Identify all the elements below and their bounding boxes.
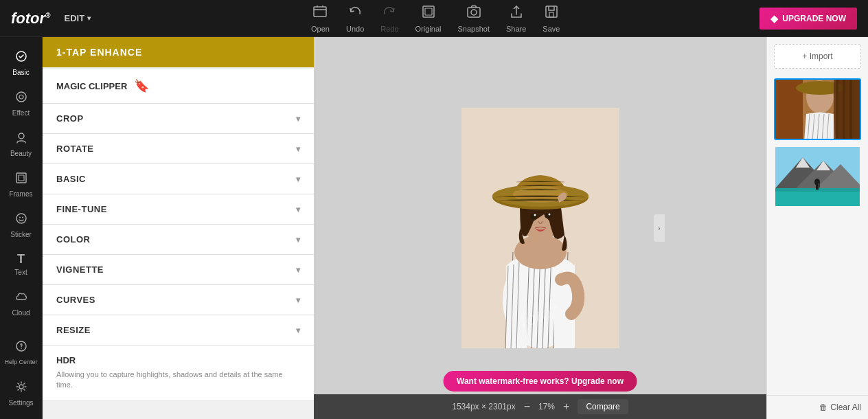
resize-label: RESIZE: [56, 325, 91, 335]
svg-rect-2: [425, 8, 432, 15]
svg-point-14: [19, 217, 21, 218]
open-icon: [312, 4, 328, 23]
edit-chevron-icon: ▾: [87, 14, 91, 22]
header: fotor® EDIT ▾ Open Undo Redo: [0, 0, 868, 37]
hdr-section: HDR Allowing you to capture highlights, …: [43, 346, 314, 401]
sidebar-item-beauty[interactable]: Beauty: [0, 125, 42, 163]
svg-point-17: [21, 348, 21, 349]
crop-item[interactable]: CROP ▾: [43, 104, 314, 134]
thumbnail-item-1[interactable]: [774, 78, 861, 140]
magic-clipper-chevron-icon: ▾: [295, 80, 300, 93]
upgrade-button[interactable]: ◆ UPGRADE NOW: [760, 8, 857, 30]
sidebar-item-text[interactable]: T Text: [0, 247, 42, 282]
sidebar-basic-label: Basic: [12, 69, 29, 76]
clear-all-button[interactable]: 🗑 Clear All: [819, 403, 861, 412]
svg-point-10: [19, 133, 24, 139]
bottom-bar: 1534px × 2301px − 17% + Compare: [314, 394, 766, 419]
zoom-out-button[interactable]: −: [524, 400, 530, 413]
frames-icon: [14, 171, 28, 188]
curves-item[interactable]: CURVES ▾: [43, 285, 314, 315]
rotate-chevron-icon: ▾: [296, 144, 301, 154]
zoom-in-button[interactable]: +: [563, 400, 569, 413]
import-button[interactable]: + Import: [774, 44, 861, 69]
open-label: Open: [311, 25, 330, 33]
thumbnail-item-2[interactable]: [774, 146, 861, 207]
share-label: Share: [506, 25, 526, 33]
save-icon: [544, 4, 559, 23]
curves-chevron-icon: ▾: [296, 295, 301, 305]
sidebar-item-sticker[interactable]: Sticker: [0, 206, 42, 244]
canvas-area: fotor Want watermark-free works? Upgrade…: [314, 37, 766, 419]
fine-tune-item[interactable]: FINE-TUNE ▾: [43, 194, 314, 225]
undo-icon: [347, 4, 363, 23]
sidebar-item-basic[interactable]: Basic: [0, 44, 42, 82]
redo-label: Redo: [380, 25, 398, 33]
fine-tune-chevron-icon: ▾: [296, 205, 301, 214]
trash-icon: 🗑: [819, 403, 827, 412]
svg-rect-70: [818, 183, 820, 188]
dimensions-text: 1534px × 2301px: [452, 402, 515, 411]
toolbar-redo[interactable]: Redo: [380, 4, 398, 33]
toolbar-snapshot[interactable]: Snapshot: [457, 4, 489, 33]
sidebar-item-frames[interactable]: Frames: [0, 166, 42, 203]
undo-label: Undo: [346, 25, 364, 33]
sidebar-item-settings[interactable]: Settings: [0, 374, 42, 412]
svg-point-13: [16, 214, 26, 223]
basic-label: BASIC: [56, 174, 86, 184]
toolbar-open[interactable]: Open: [311, 4, 330, 33]
sidebar-item-cloud[interactable]: Cloud: [0, 284, 42, 322]
sidebar-text-label: Text: [14, 269, 27, 276]
basic-item[interactable]: BASIC ▾: [43, 164, 314, 194]
vignette-item[interactable]: VIGNETTE ▾: [43, 255, 314, 285]
svg-point-44: [548, 214, 550, 216]
toolbar-original[interactable]: Original: [415, 4, 442, 33]
svg-point-43: [534, 214, 536, 216]
sticker-icon: [14, 212, 28, 229]
rotate-item[interactable]: ROTATE ▾: [43, 134, 314, 164]
original-icon: [421, 4, 436, 23]
effect-icon: [14, 90, 28, 107]
photo-container: fotor: [461, 108, 619, 348]
resize-item[interactable]: RESIZE ▾: [43, 315, 314, 346]
toolbar-undo[interactable]: Undo: [346, 4, 364, 33]
sidebar-effect-label: Effect: [12, 109, 30, 117]
cloud-icon: [14, 290, 28, 307]
enhance-button[interactable]: 1-TAP ENHANCE: [43, 37, 314, 67]
save-label: Save: [542, 25, 560, 33]
edit-label: EDIT: [64, 13, 84, 23]
beauty-icon: [14, 131, 28, 148]
share-icon: [509, 4, 524, 23]
thumbnails-list: [767, 76, 868, 395]
help-icon: [14, 339, 28, 356]
hdr-title: HDR: [56, 355, 300, 365]
sidebar-settings-label: Settings: [8, 399, 33, 407]
svg-point-15: [22, 217, 23, 218]
logo-text: fotor: [11, 10, 45, 27]
zoom-level: 17%: [538, 402, 555, 411]
right-sidebar: + Import: [766, 37, 868, 419]
color-item[interactable]: COLOR ▾: [43, 225, 314, 255]
tools-panel: 1-TAP ENHANCE MAGIC CLIPPER 🔖 ▾ CROP ▾ R…: [43, 37, 314, 419]
sidebar-help-label: Help Center: [4, 359, 37, 366]
svg-rect-11: [16, 173, 26, 183]
edit-menu[interactable]: EDIT ▾: [64, 13, 91, 23]
compare-button[interactable]: Compare: [578, 399, 628, 414]
upgrade-banner[interactable]: Want watermark-free works? Upgrade now: [443, 371, 637, 392]
sidebar-item-help[interactable]: Help Center: [0, 334, 42, 372]
svg-rect-3: [468, 8, 480, 17]
toolbar-share[interactable]: Share: [506, 4, 526, 33]
svg-rect-6: [549, 12, 553, 17]
rotate-label: ROTATE: [56, 144, 94, 154]
magic-clipper-item[interactable]: MAGIC CLIPPER 🔖 ▾: [43, 69, 314, 104]
sidebar-sticker-label: Sticker: [10, 231, 32, 238]
collapse-panel-button[interactable]: ›: [654, 214, 665, 242]
toolbar-save[interactable]: Save: [542, 4, 560, 33]
snapshot-label: Snapshot: [457, 25, 489, 33]
diamond-icon: ◆: [770, 13, 778, 24]
svg-point-4: [471, 10, 477, 15]
svg-rect-5: [546, 6, 557, 17]
svg-point-42: [545, 213, 551, 218]
resize-chevron-icon: ▾: [296, 326, 301, 335]
redo-icon: [382, 4, 397, 23]
sidebar-item-effect[interactable]: Effect: [0, 84, 42, 122]
